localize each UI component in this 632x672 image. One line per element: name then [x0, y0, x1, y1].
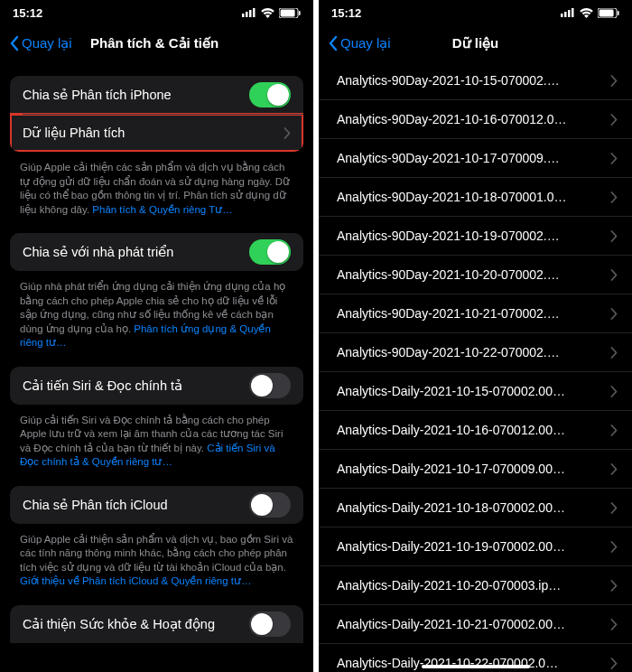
status-time: 15:12	[13, 6, 42, 20]
analytics-file-row[interactable]: Analytics-Daily-2021-10-21-070002.00…	[319, 605, 632, 644]
signal-icon	[242, 8, 256, 17]
chevron-right-icon	[610, 425, 618, 436]
toggle-icloud[interactable]	[249, 492, 291, 518]
group-analytics: Chia sẻ Phân tích iPhone Dữ liệu Phân tí…	[10, 76, 303, 152]
chevron-left-icon	[9, 35, 20, 51]
file-name: Analytics-Daily-2021-10-16-070012.00…	[337, 423, 603, 437]
analytics-file-row[interactable]: Analytics-90Day-2021-10-17-070009.…	[319, 139, 632, 178]
svg-rect-8	[564, 12, 567, 17]
analytics-file-row[interactable]: Analytics-90Day-2021-10-16-070012.0…	[319, 100, 632, 139]
svg-rect-12	[599, 9, 614, 16]
status-time: 15:12	[331, 6, 361, 20]
svg-rect-13	[618, 11, 619, 15]
analytics-file-row[interactable]: Analytics-Daily-2021-10-15-070002.00…	[319, 372, 632, 411]
home-indicator[interactable]	[422, 665, 530, 668]
chevron-right-icon	[610, 75, 618, 87]
chevron-right-icon	[610, 541, 618, 553]
analytics-file-row[interactable]: Analytics-90Day-2021-10-22-070002.…	[319, 333, 632, 372]
settings-content: Chia sẻ Phân tích iPhone Dữ liệu Phân tí…	[0, 61, 313, 643]
back-label: Quay lại	[22, 35, 72, 51]
link-icloud-privacy[interactable]: Giới thiệu về Phân tích iCloud & Quyền r…	[20, 575, 252, 586]
row-label: Cải thiện Sức khỏe & Hoạt động	[23, 617, 249, 631]
chevron-right-icon	[610, 191, 618, 203]
file-name: Analytics-Daily-2021-10-15-070002.00…	[337, 384, 603, 398]
file-name: Analytics-90Day-2021-10-22-070002.…	[337, 345, 603, 359]
row-share-analytics[interactable]: Chia sẻ Phân tích iPhone	[10, 76, 303, 114]
analytics-file-row[interactable]: Analytics-Daily-2021-10-16-070012.00…	[319, 411, 632, 450]
back-label: Quay lại	[340, 35, 391, 51]
chevron-right-icon	[610, 463, 618, 475]
wifi-icon	[580, 8, 593, 18]
link-analytics-privacy[interactable]: Phân tích & Quyền riêng Tư…	[92, 204, 232, 215]
svg-rect-10	[572, 8, 574, 17]
row-label: Chia sẻ Phân tích iCloud	[23, 498, 249, 512]
toggle-share-analytics[interactable]	[249, 82, 291, 107]
chevron-right-icon	[610, 619, 618, 630]
wifi-icon	[261, 8, 274, 18]
file-name: Analytics-90Day-2021-10-20-070002.…	[337, 267, 603, 282]
row-share-dev[interactable]: Chia sẻ với nhà phát triển	[10, 233, 303, 271]
analytics-file-row[interactable]: Analytics-90Day-2021-10-18-070001.0…	[319, 178, 632, 217]
analytics-file-row[interactable]: Analytics-90Day-2021-10-19-070002.…	[319, 217, 632, 256]
svg-rect-7	[561, 14, 563, 17]
footer-text: Giúp Apple cải thiện sản phẩm và dịch vụ…	[20, 534, 293, 573]
file-name: Analytics-90Day-2021-10-21-070002.…	[337, 306, 603, 321]
analytics-file-row[interactable]: Analytics-Daily-2021-10-19-070002.00…	[319, 527, 632, 566]
battery-icon	[598, 8, 619, 18]
row-siri[interactable]: Cải tiến Siri & Đọc chính tả	[10, 367, 303, 405]
chevron-right-icon	[610, 230, 618, 242]
group-icloud: Chia sẻ Phân tích iCloud	[10, 486, 303, 524]
file-name: Analytics-Daily-2021-10-17-070009.00…	[337, 462, 603, 476]
toggle-health[interactable]	[249, 611, 291, 637]
status-bar: 15:12	[319, 0, 632, 25]
group-dev: Chia sẻ với nhà phát triển	[10, 233, 303, 271]
chevron-right-icon	[610, 114, 618, 126]
back-button[interactable]: Quay lại	[328, 35, 391, 51]
chevron-right-icon	[610, 347, 618, 359]
row-label: Chia sẻ Phân tích iPhone	[23, 88, 249, 102]
file-name: Analytics-Daily-2021-10-21-070002.00…	[337, 617, 603, 631]
group-siri: Cải tiến Siri & Đọc chính tả	[10, 367, 303, 405]
file-name: Analytics-90Day-2021-10-19-070002.…	[337, 229, 603, 243]
row-health[interactable]: Cải thiện Sức khỏe & Hoạt động	[10, 605, 303, 643]
svg-rect-0	[242, 14, 245, 17]
chevron-right-icon	[610, 308, 618, 320]
phone-settings-analytics: 15:12 Quay lại Phân tích & Cải	[0, 0, 313, 672]
chevron-right-icon	[610, 153, 618, 164]
chevron-right-icon	[610, 658, 618, 669]
back-button[interactable]: Quay lại	[9, 35, 72, 51]
analytics-file-row[interactable]: Analytics-90Day-2021-10-20-070002.…	[319, 256, 632, 294]
analytics-file-row[interactable]: Analytics-90Day-2021-10-21-070002.…	[319, 294, 632, 333]
svg-rect-6	[299, 11, 301, 15]
signal-icon	[561, 8, 575, 17]
file-name: Analytics-90Day-2021-10-17-070009.…	[337, 151, 603, 165]
svg-rect-1	[246, 12, 248, 17]
status-bar: 15:12	[0, 0, 313, 25]
row-icloud[interactable]: Chia sẻ Phân tích iCloud	[10, 486, 303, 524]
analytics-file-row[interactable]: Analytics-Daily-2021-10-17-070009.00…	[319, 450, 632, 489]
file-name: Analytics-Daily-2021-10-18-070002.00…	[337, 500, 603, 515]
row-analytics-data[interactable]: Dữ liệu Phân tích	[10, 114, 303, 152]
analytics-file-row[interactable]: Analytics-Daily-2021-10-20-070003.ip…	[319, 566, 632, 605]
nav-bar: Quay lại Dữ liệu	[319, 25, 632, 61]
phone-analytics-data-list: 15:12 Quay lại Dữ liệu	[319, 0, 632, 672]
nav-bar: Quay lại Phân tích & Cải tiến	[0, 25, 313, 61]
analytics-file-row[interactable]: Analytics-Daily-2021-10-18-070002.00…	[319, 489, 632, 527]
toggle-siri[interactable]	[249, 373, 291, 398]
chevron-right-icon	[610, 386, 618, 397]
analytics-file-row[interactable]: Analytics-90Day-2021-10-15-070002.…	[319, 61, 632, 100]
chevron-right-icon	[610, 580, 618, 592]
footer-dev: Giúp nhà phát triển ứng dụng cải thiện ứ…	[0, 276, 313, 358]
group-health: Cải thiện Sức khỏe & Hoạt động	[10, 605, 303, 643]
svg-rect-3	[253, 8, 256, 17]
battery-icon	[279, 8, 301, 18]
analytics-file-list[interactable]: Analytics-90Day-2021-10-15-070002.…Analy…	[319, 61, 632, 672]
file-name: Analytics-90Day-2021-10-18-070001.0…	[337, 190, 603, 204]
chevron-left-icon	[328, 35, 339, 51]
chevron-right-icon	[283, 127, 291, 139]
toggle-share-dev[interactable]	[249, 239, 291, 265]
chevron-right-icon	[610, 269, 618, 281]
row-label: Dữ liệu Phân tích	[23, 126, 276, 140]
row-label: Chia sẻ với nhà phát triển	[23, 245, 249, 259]
file-name: Analytics-Daily-2021-10-20-070003.ip…	[337, 578, 603, 593]
